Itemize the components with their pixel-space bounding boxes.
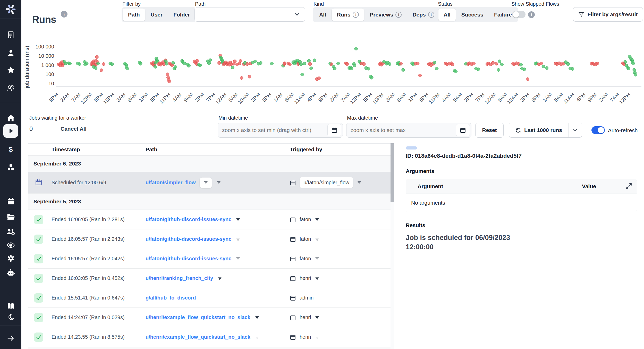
table-scrollbar-thumb[interactable] [391, 143, 394, 202]
min-datetime-calendar-button[interactable] [327, 124, 341, 136]
eye-icon[interactable] [0, 240, 21, 250]
table-row[interactable]: Ended 16:05:57 (Ran in 2,042s) u/faton/g… [28, 249, 391, 268]
svg-text:1 000: 1 000 [41, 62, 54, 68]
star-icon[interactable] [0, 66, 21, 74]
gear-icon[interactable] [0, 254, 21, 263]
run-path-link[interactable]: u/henri/example_flow_quickstart_no_slack [146, 334, 250, 340]
show-skipped-toggle[interactable] [512, 11, 526, 18]
robot-icon[interactable] [0, 268, 21, 277]
book-icon[interactable] [0, 302, 21, 311]
table-row[interactable]: Ended 15:51:41 (Ran in 0,647s) g/all/hub… [28, 288, 391, 308]
max-datetime-calendar-button[interactable] [456, 124, 470, 136]
user-icon[interactable] [0, 48, 21, 57]
dollar-icon[interactable]: $ [0, 145, 21, 154]
svg-text:4AM: 4AM [171, 92, 183, 103]
min-datetime-input[interactable] [218, 127, 327, 133]
result-text: Job is scheduled for 06/09/2023 12:00:00 [406, 233, 519, 252]
svg-text:2PM: 2PM [194, 92, 205, 103]
table-row[interactable]: Ended 14:24:07 (Ran in 0,029s) u/henri/e… [28, 308, 391, 327]
play-icon [7, 127, 15, 135]
table-row[interactable]: Ended 16:06:05 (Ran in 2,281s) u/faton/g… [28, 210, 391, 229]
calendar-icon[interactable] [0, 197, 21, 206]
triggered-filter-icon[interactable] [315, 335, 320, 340]
cubes-icon[interactable] [0, 163, 21, 172]
path-filter-icon[interactable] [235, 217, 241, 222]
reset-button[interactable]: Reset [475, 123, 504, 138]
path-filter-icon[interactable] [255, 335, 260, 340]
triggered-filter-icon[interactable] [315, 237, 320, 242]
svg-text:10AM: 10AM [506, 92, 520, 105]
svg-text:3AM: 3AM [115, 92, 127, 103]
svg-text:3PM: 3PM [519, 92, 531, 103]
last-runs-button[interactable]: Last 1000 runs [509, 127, 568, 133]
path-filter-button[interactable] [200, 177, 212, 188]
run-path-link[interactable]: u/faton/github-discord-issues-sync [146, 256, 231, 262]
run-path-link[interactable]: u/faton/github-discord-issues-sync [146, 236, 231, 242]
folder-icon[interactable] [0, 212, 21, 221]
path-filter-icon[interactable] [200, 295, 205, 301]
triggered-by-text: henri [300, 334, 311, 340]
cancel-all-button[interactable]: Cancel All [61, 126, 87, 132]
run-timestamp: Ended 16:05:57 (Ran in 2,243s) [49, 236, 143, 242]
results-title: Results [406, 222, 425, 228]
run-path-link[interactable]: u/faton/simpler_flow [146, 180, 196, 186]
run-path-link[interactable]: u/faton/github-discord-issues-sync [146, 217, 231, 222]
runs-nav-active[interactable] [3, 124, 18, 138]
user-group-icon[interactable] [0, 84, 21, 93]
kind-runs-button[interactable]: Runsi [332, 9, 364, 21]
calendar-icon [290, 236, 296, 242]
info-icon: i [353, 12, 359, 18]
windmill-logo[interactable] [0, 3, 21, 16]
triggered-filter-icon[interactable] [315, 276, 320, 281]
svg-text:9PM: 9PM [48, 92, 60, 103]
home-icon[interactable] [0, 113, 21, 123]
triggered-by-text: admin [300, 295, 313, 301]
arguments-table: Argument Value No arguments [406, 179, 637, 212]
path-filter-icon[interactable] [255, 315, 260, 320]
runs-duration-chart[interactable]: 100 00010 0001 00010010job duration (ms)… [23, 38, 644, 103]
table-row[interactable]: Ended 16:03:05 (Ran in 0,452s) u/henri/r… [28, 268, 391, 288]
filter-by-path-button[interactable]: Path [123, 9, 145, 21]
svg-text:1PM: 1PM [407, 92, 419, 103]
triggered-filter-icon[interactable] [315, 315, 320, 320]
max-datetime-input[interactable] [346, 127, 456, 133]
status-success-button[interactable]: Success [456, 9, 488, 21]
triggered-by-badge: u/faton/simpler_flow [300, 177, 353, 188]
path-filter-icon[interactable] [217, 276, 222, 281]
status-segmented: All Success Failure [437, 7, 518, 22]
triggered-filter-icon[interactable] [315, 256, 320, 261]
runs-info-icon: i [61, 11, 67, 18]
triggered-filter-icon[interactable] [317, 295, 322, 301]
path-select[interactable] [194, 7, 305, 22]
path-filter-icon[interactable] [235, 237, 241, 242]
filter-args-result-button[interactable]: Filter by args/result [573, 7, 643, 22]
expand-icon[interactable] [625, 183, 632, 189]
run-path-link[interactable]: u/henri/example_flow_quickstart_no_slack [146, 314, 250, 320]
user-group-gear-icon[interactable] [0, 227, 21, 237]
triggered-filter-icon[interactable] [357, 180, 362, 185]
path-filter-icon[interactable] [216, 180, 221, 185]
run-path-link[interactable]: g/all/hub_to_discord [146, 295, 196, 301]
calendar-icon [290, 180, 296, 186]
kind-previews-button[interactable]: Previewsi [365, 9, 407, 21]
svg-text:1AM: 1AM [272, 92, 284, 103]
auto-refresh-toggle[interactable] [591, 126, 605, 134]
kind-deps-button[interactable]: Depsi [407, 9, 439, 21]
building-icon[interactable] [0, 30, 21, 39]
path-filter-icon[interactable] [235, 256, 241, 261]
table-row[interactable]: Ended 16:05:57 (Ran in 2,243s) u/faton/g… [28, 229, 391, 249]
runs-table-body: September 6, 2023 Scheduled for 12:00 6/… [28, 155, 391, 347]
status-all-button[interactable]: All [438, 9, 456, 21]
table-row[interactable]: Ended 14:23:55 (Ran in 8,575s) u/henri/e… [28, 327, 391, 347]
moon-icon[interactable] [0, 313, 21, 322]
run-path-link[interactable]: u/henri/ranking_french_city [146, 275, 213, 281]
svg-text:11PM: 11PM [428, 92, 441, 105]
arrow-right-icon[interactable] [0, 333, 21, 343]
last-runs-dropdown-button[interactable] [569, 123, 582, 137]
svg-text:2AM: 2AM [328, 92, 340, 103]
kind-all-button[interactable]: All [314, 9, 331, 21]
filter-by-folder-button[interactable]: Folder [168, 9, 195, 21]
filter-by-user-button[interactable]: User [146, 9, 168, 21]
triggered-filter-icon[interactable] [315, 217, 320, 222]
table-row[interactable]: Scheduled for 12:00 6/9 u/faton/simpler_… [28, 172, 391, 193]
